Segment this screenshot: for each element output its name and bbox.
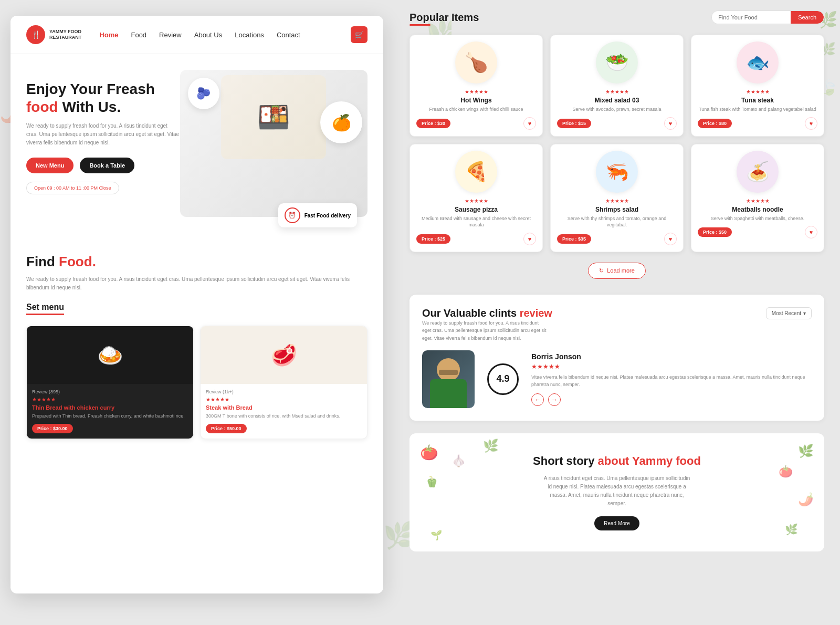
nav-about[interactable]: About Us <box>194 31 222 39</box>
deco-seed1: 🌱 <box>430 529 442 541</box>
tuna-steak-plate: 🐟 <box>737 41 779 84</box>
card1-price: Price : $30.00 <box>32 424 73 433</box>
card2-desc: 300GM T bone with consists of rice, with… <box>206 413 362 420</box>
load-more-button[interactable]: ↻ Load more <box>588 263 646 279</box>
nav-food[interactable]: Food <box>131 31 146 39</box>
reviewer-image <box>422 350 475 408</box>
book-table-button[interactable]: Book a Table <box>80 158 134 173</box>
read-more-button[interactable]: Read More <box>594 516 639 530</box>
card1-review: Review (895) <box>32 389 188 394</box>
hero-content: Enjoy Your Freash food With Us. We ready… <box>26 70 180 222</box>
mixed-salad-plate: 🥗 <box>596 41 638 84</box>
search-input[interactable] <box>712 11 791 24</box>
deco-herb1: 🌿 <box>483 439 499 453</box>
tuna-steak-heart[interactable]: ♥ <box>805 117 817 130</box>
hot-wings-heart[interactable]: ♥ <box>523 117 536 130</box>
food-item-meatballs-noodle[interactable]: 🍝 ★★★★★ Meatballs noodle Serve with Spag… <box>691 144 824 252</box>
new-menu-button[interactable]: New Menu <box>26 158 74 173</box>
about-description: A risus tincidunt eget cras. Uma pellent… <box>543 474 690 508</box>
mixed-salad-heart[interactable]: ♥ <box>664 117 677 130</box>
meatballs-noodle-footer: Price : $50 ♥ <box>698 226 817 238</box>
meatballs-noodle-plate: 🍝 <box>737 151 779 193</box>
nav-home[interactable]: Home <box>99 31 118 39</box>
chevron-down-icon: ▾ <box>803 310 806 316</box>
find-food-title: Find Food. <box>26 254 368 270</box>
food-card-1[interactable]: 🍛 Review (895) ★★★★★ Thin Bread with chi… <box>26 326 194 439</box>
food-item-tuna-steak[interactable]: 🐟 ★★★★★ Tuna steak Tuna fish steak with … <box>691 35 824 137</box>
cart-icon[interactable]: 🛒 <box>351 26 368 43</box>
food-item-mixed-salad[interactable]: 🥗 ★★★★★ Mixed salad 03 Serve with avocad… <box>550 35 684 137</box>
sausage-pizza-heart[interactable]: ♥ <box>523 233 536 245</box>
hero-title: Enjoy Your Freash food With Us. <box>26 80 180 116</box>
tuna-steak-name: Tuna steak <box>698 97 817 104</box>
refresh-icon: ↻ <box>599 267 604 274</box>
deco-pepper: 🫑 <box>425 475 438 488</box>
hero-buttons: New Menu Book a Table <box>26 158 180 173</box>
hot-wings-stars: ★★★★★ <box>416 89 536 95</box>
rating-circle: 4.9 <box>487 363 519 395</box>
sausage-pizza-stars: ★★★★★ <box>416 198 536 204</box>
meatballs-noodle-name: Meatballs noodle <box>698 206 817 213</box>
food-card-2[interactable]: 🥩 Review (1k+) ★★★★★ Steak with Bread 30… <box>200 326 368 439</box>
review-description: We ready to supply freash food for you. … <box>422 319 548 342</box>
logo[interactable]: 🍴 YAMMY FOOD RESTAURANT <box>26 25 81 44</box>
shrimps-salad-stars: ★★★★★ <box>557 198 677 204</box>
food-cards-row: 🍛 Review (895) ★★★★★ Thin Bread with chi… <box>26 326 368 450</box>
right-section: Popular Items Search 🍗 ★★★★★ Hot Wings F… <box>394 0 840 625</box>
review-title-block: Our Valuable clints review We ready to s… <box>422 307 552 342</box>
navigation: 🍴 YAMMY FOOD RESTAURANT Home Food Review… <box>10 16 383 54</box>
popular-title: Popular Items <box>410 12 479 24</box>
shrimps-salad-heart[interactable]: ♥ <box>664 233 677 245</box>
sausage-pizza-name: Sausage pizza <box>416 206 536 213</box>
card1-title: Thin Bread with chicken curry <box>32 404 188 411</box>
card2-stars: ★★★★★ <box>206 397 362 402</box>
food-item-shrimps-salad[interactable]: 🦐 ★★★★★ Shrimps salad Serve with thy shr… <box>550 144 684 252</box>
card2-review: Review (1k+) <box>206 389 362 394</box>
nav-contact[interactable]: Contact <box>277 31 300 39</box>
website-mockup: 🍴 YAMMY FOOD RESTAURANT Home Food Review… <box>10 16 383 593</box>
meatballs-noodle-heart[interactable]: ♥ <box>805 226 817 238</box>
shrimps-salad-desc: Serve with thy shrimps and tomato, orang… <box>557 215 677 228</box>
hot-wings-plate: 🍗 <box>455 41 497 84</box>
meatballs-noodle-price: Price : $50 <box>698 227 732 237</box>
hero-food-display: 🍱 🍊 🫐 <box>180 70 368 217</box>
review-prev-button[interactable]: ← <box>531 393 544 406</box>
set-menu-label: Set menu <box>26 303 64 315</box>
mixed-salad-stars: ★★★★★ <box>557 89 677 95</box>
tuna-steak-desc: Tuna fish steak with Tomato and palang v… <box>698 106 817 113</box>
review-next-button[interactable]: → <box>548 393 561 406</box>
mixed-salad-desc: Serve with avocado, prawn, secret masala <box>557 106 677 113</box>
hero-image: 🍱 🍊 🫐 ⏰ Fast Food delivery <box>180 70 368 222</box>
clock-icon: ⏰ <box>285 207 300 223</box>
reviewer-name: Borris Jonson <box>531 352 812 361</box>
sausage-pizza-footer: Price : $25 ♥ <box>416 233 536 245</box>
nav-locations[interactable]: Locations <box>235 31 264 39</box>
reviewer-text: Vitae viverra felis bibendum id neque ni… <box>531 373 812 389</box>
food-item-hot-wings[interactable]: 🍗 ★★★★★ Hot Wings Freash a chicken wings… <box>410 35 543 137</box>
food-grid: 🍗 ★★★★★ Hot Wings Freash a chicken wings… <box>410 35 824 252</box>
about-title: Short story about Yammy food <box>425 454 808 468</box>
shrimps-salad-plate: 🦐 <box>596 151 638 193</box>
mixed-salad-footer: Price : $15 ♥ <box>557 117 677 130</box>
hot-wings-name: Hot Wings <box>416 97 536 104</box>
logo-icon: 🍴 <box>26 25 45 44</box>
tuna-steak-stars: ★★★★★ <box>698 89 817 95</box>
card2-price: Price : $50.00 <box>206 424 247 433</box>
load-more-section: ↻ Load more <box>410 263 824 279</box>
search-bar: Search <box>711 11 824 24</box>
hero-section: Enjoy Your Freash food With Us. We ready… <box>10 54 383 233</box>
food-item-sausage-pizza[interactable]: 🍕 ★★★★★ Sausage pizza Medium Bread with … <box>410 144 543 252</box>
card1-stars: ★★★★★ <box>32 397 188 402</box>
find-food-section: Find Food. We ready to supply freash foo… <box>10 233 383 460</box>
review-header: Our Valuable clints review We ready to s… <box>422 307 812 342</box>
hot-wings-desc: Freash a chicken wings with fried chilli… <box>416 106 536 113</box>
sausage-pizza-plate: 🍕 <box>455 151 497 193</box>
review-filter[interactable]: Most Recent ▾ <box>766 307 812 319</box>
search-button[interactable]: Search <box>791 11 824 24</box>
nav-review[interactable]: Review <box>159 31 182 39</box>
tuna-steak-price: Price : $80 <box>698 119 732 128</box>
deco-seed2: 🌿 <box>785 523 798 536</box>
card1-desc: Prepared with Thin bread, Freash chicken… <box>32 413 188 420</box>
tuna-steak-footer: Price : $80 ♥ <box>698 117 817 130</box>
card2-title: Steak with Bread <box>206 404 362 411</box>
